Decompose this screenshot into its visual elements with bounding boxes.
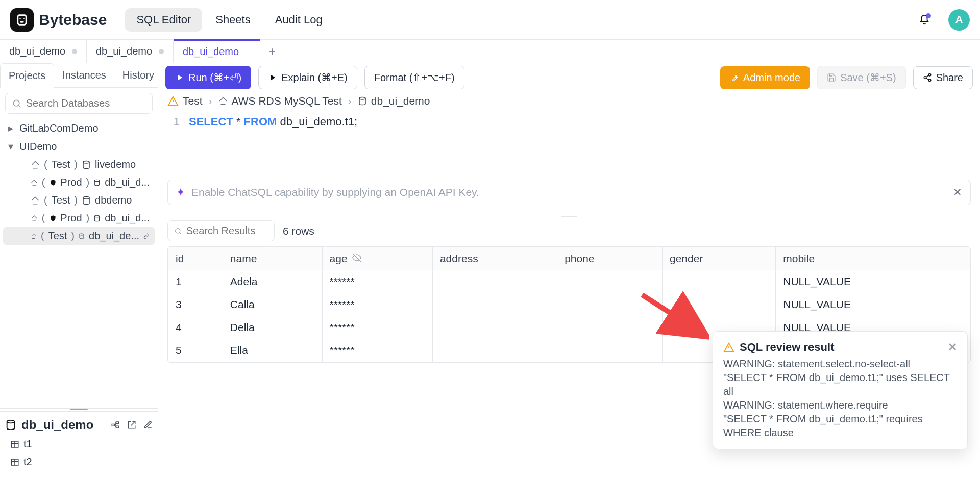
share-icon — [923, 73, 932, 82]
side-tab-history[interactable]: History — [114, 63, 162, 87]
nav-sql-editor[interactable]: SQL Editor — [125, 8, 202, 32]
user-avatar[interactable]: A — [948, 9, 970, 31]
cell-id: 3 — [168, 293, 223, 316]
db-node-2[interactable]: (Test) dbdemo — [3, 191, 155, 209]
schema-diagram-icon[interactable] — [111, 420, 120, 430]
breadcrumb-db[interactable]: db_ui_demo — [358, 95, 430, 107]
col-phone[interactable]: phone — [557, 247, 663, 270]
cell-age: ****** — [322, 339, 432, 362]
search-databases-input[interactable] — [5, 93, 153, 114]
col-name[interactable]: name — [223, 247, 322, 270]
play-icon — [268, 73, 277, 82]
wrench-icon — [730, 73, 739, 82]
format-button[interactable]: Format (⇧+⌥+F) — [364, 66, 464, 89]
project-node-gitlab[interactable]: ▸ GitLabComDemo — [3, 119, 155, 137]
main-nav: SQL Editor Sheets Audit Log — [125, 8, 333, 32]
close-banner-button[interactable]: ✕ — [953, 186, 962, 198]
chatsql-banner-text: Enable ChatSQL capability by supplying a… — [191, 186, 479, 198]
chevron-right-icon: › — [209, 95, 212, 107]
svg-rect-9 — [116, 422, 119, 424]
shield-icon — [50, 178, 57, 187]
line-number: 1 — [167, 115, 180, 129]
brand-logo[interactable]: Bytebase — [10, 8, 107, 32]
results-toolbar: 6 rows — [158, 220, 980, 246]
explain-label: Explain (⌘+E) — [281, 71, 348, 84]
doc-tab-1[interactable]: db_ui_demo — [87, 40, 174, 63]
table-row[interactable]: 1Adela******NULL_VALUE — [168, 270, 970, 293]
col-gender[interactable]: gender — [662, 247, 775, 270]
db-label: dbdemo — [95, 194, 132, 206]
project-label: UIDemo — [19, 141, 57, 153]
svg-rect-0 — [18, 15, 26, 24]
notifications-button[interactable] — [919, 14, 930, 26]
cell-phone — [557, 316, 663, 339]
search-icon — [174, 226, 182, 236]
doc-tab-2[interactable]: db_ui_demo — [174, 39, 260, 63]
chevron-right-icon: ▸ — [8, 122, 15, 134]
database-tree: ▸ GitLabComDemo ▾ UIDemo (Test) livedemo… — [0, 119, 158, 408]
toast-line: WARNING: statement.select.no-select-all — [723, 357, 957, 371]
env-label: Test — [52, 194, 70, 206]
unsaved-dot-icon — [159, 49, 164, 54]
cell-address — [432, 270, 557, 293]
run-button[interactable]: Run (⌘+⏎) — [165, 66, 251, 89]
side-tab-projects[interactable]: Projects — [0, 63, 54, 88]
code-line-1: 1 SELECT * FROM db_ui_demo.t1; — [167, 115, 971, 129]
col-mobile[interactable]: mobile — [776, 247, 970, 270]
toast-line: "SELECT * FROM db_ui_demo.t1;" requires … — [723, 412, 957, 440]
save-button[interactable]: Save (⌘+S) — [817, 66, 905, 89]
breadcrumb-env[interactable]: Test — [167, 95, 203, 107]
shield-icon — [50, 214, 57, 223]
toast-close-button[interactable]: ✕ — [948, 341, 957, 354]
cell-age: ****** — [322, 316, 432, 339]
env-label: Test — [48, 230, 67, 242]
document-tabs: db_ui_demo db_ui_demo db_ui_demo + — [0, 40, 980, 63]
add-tab-button[interactable]: + — [260, 40, 284, 63]
db-node-4[interactable]: (Test) db_ui_de... — [3, 227, 155, 245]
toast-line: WARNING: statement.where.require — [723, 398, 957, 412]
col-id[interactable]: id — [168, 247, 223, 270]
sql-editor[interactable]: 1 SELECT * FROM db_ui_demo.t1; — [158, 112, 980, 180]
breadcrumb-instance[interactable]: AWS RDS MySQL Test — [218, 95, 342, 107]
save-label: Save (⌘+S) — [840, 71, 896, 84]
admin-mode-button[interactable]: Admin mode — [720, 66, 810, 89]
svg-point-14 — [924, 77, 926, 79]
share-button[interactable]: Share — [913, 66, 973, 89]
server-icon — [31, 232, 37, 241]
svg-rect-8 — [112, 424, 114, 426]
database-icon — [79, 232, 85, 241]
search-databases-field[interactable] — [26, 97, 146, 109]
row-count-label: 6 rows — [283, 225, 314, 237]
db-node-1[interactable]: ( Prod) db_ui_d... — [3, 173, 155, 191]
table-row[interactable]: 3Calla******NULL_VALUE — [168, 293, 970, 316]
db-node-0[interactable]: (Test) livedemo — [3, 156, 155, 173]
project-node-uidemo[interactable]: ▾ UIDemo — [3, 137, 155, 156]
nav-sheets[interactable]: Sheets — [204, 8, 262, 32]
app-header: Bytebase SQL Editor Sheets Audit Log A — [0, 0, 980, 40]
search-results-field[interactable] — [186, 225, 268, 237]
cell-name: Della — [223, 316, 322, 339]
chevron-right-icon: › — [348, 95, 352, 107]
nav-audit-log[interactable]: Audit Log — [264, 8, 334, 32]
results-resize-handle[interactable]: ═══ — [158, 210, 980, 220]
col-address[interactable]: address — [432, 247, 557, 270]
explain-button[interactable]: Explain (⌘+E) — [258, 66, 357, 89]
cell-name: Calla — [223, 293, 322, 316]
col-age[interactable]: age — [322, 247, 432, 270]
edit-icon[interactable] — [143, 420, 153, 430]
svg-point-15 — [928, 79, 931, 82]
chatsql-banner: ✦ Enable ChatSQL capability by supplying… — [167, 180, 971, 205]
cell-phone — [557, 339, 663, 362]
table-name: t2 — [23, 456, 32, 468]
cell-name: Ella — [223, 339, 322, 362]
search-results-input[interactable] — [167, 220, 275, 241]
db-node-3[interactable]: ( Prod) db_ui_d... — [3, 209, 155, 227]
side-tab-instances[interactable]: Instances — [54, 63, 114, 87]
external-link-icon[interactable] — [127, 420, 136, 430]
database-icon — [93, 214, 101, 223]
table-name: t1 — [23, 438, 32, 450]
table-item-t1[interactable]: t1 — [10, 435, 148, 453]
doc-tab-0[interactable]: db_ui_demo — [0, 40, 87, 63]
svg-point-2 — [83, 161, 89, 163]
table-item-t2[interactable]: t2 — [10, 453, 148, 471]
